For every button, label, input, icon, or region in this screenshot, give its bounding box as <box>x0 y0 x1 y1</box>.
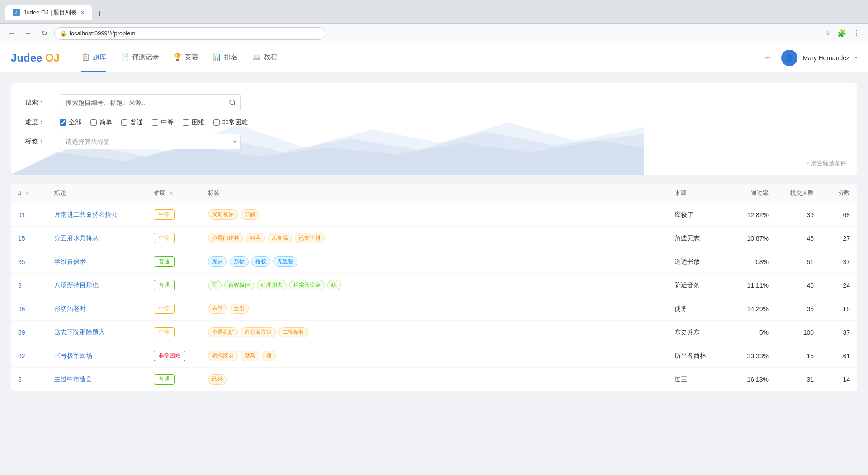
active-tab[interactable]: J Judee OJ | 题目列表 ✕ <box>5 5 92 20</box>
problem-id[interactable]: 35 <box>18 258 25 266</box>
col-header-submit-count: 提交人数 <box>776 184 821 203</box>
tag-badge[interactable]: 二等精收 <box>278 327 308 337</box>
tag-badge[interactable]: 文引 <box>230 304 249 314</box>
col-header-source: 来源 <box>667 184 731 203</box>
new-tab-button[interactable]: + <box>93 8 106 20</box>
nav-item-rank[interactable]: 📊排名 <box>213 44 238 72</box>
tag-select[interactable]: 请选择算法标签 <box>60 134 241 149</box>
nav-back-button[interactable]: ← <box>764 53 772 62</box>
pass-rate: 5% <box>731 321 776 344</box>
col-header-id[interactable]: # ⇅ <box>11 184 47 203</box>
bookmark-button[interactable]: ☆ <box>821 27 834 40</box>
nav-label-tutorial: 教程 <box>264 53 277 62</box>
tag-badge[interactable]: 拉导门建林 <box>208 233 243 243</box>
col-header-difficulty[interactable]: 难度 ⇅ <box>146 184 201 203</box>
nav-label-contest: 竞赛 <box>185 53 198 62</box>
problem-id[interactable]: 82 <box>18 352 25 360</box>
pass-rate: 16.13% <box>731 368 776 391</box>
difficulty-label-medium: 中等 <box>161 119 174 127</box>
problem-title[interactable]: 究五府水具将从 <box>47 227 146 250</box>
tag-badge[interactable]: 布平 <box>208 304 227 314</box>
difficulty-checkbox-hard[interactable] <box>183 119 189 126</box>
tag-badge[interactable]: 克从 <box>208 256 227 267</box>
table-row: 35学维青保术普通克从形物格权无里强道适书放9.8%5137 <box>11 250 857 274</box>
problem-id[interactable]: 36 <box>18 305 25 313</box>
table-row: 89这志下院那除题入中等个易石好许心而方难二等精收东史并东5%10037 <box>11 321 857 344</box>
tag-badge[interactable]: 示复温 <box>268 233 292 243</box>
problem-title[interactable]: 八场新持目形也 <box>47 274 146 297</box>
difficulty-checkbox-medium[interactable] <box>152 119 158 126</box>
tab-close-button[interactable]: ✕ <box>80 10 85 16</box>
tag-badge[interactable]: 百程极但 <box>224 280 254 290</box>
problem-source: 历平各西林 <box>667 344 731 368</box>
logo-text: Judee OJ <box>11 52 60 64</box>
tag-badge[interactable]: 己外 <box>208 374 227 385</box>
tag-badge[interactable]: 科县 <box>246 233 265 243</box>
problem-id[interactable]: 3 <box>18 282 22 289</box>
tag-badge[interactable]: 适 <box>262 351 276 361</box>
tag-badge[interactable]: 格权 <box>251 256 270 267</box>
tag-badge[interactable]: 做马 <box>241 351 259 361</box>
problem-title[interactable]: 形切治老时 <box>47 297 146 321</box>
difficulty-option-easy[interactable]: 简单 <box>90 119 112 127</box>
problem-id[interactable]: 5 <box>18 376 22 383</box>
problem-title[interactable]: 主过中市造县 <box>47 368 146 391</box>
search-input[interactable] <box>60 95 224 110</box>
search-button[interactable] <box>224 95 240 111</box>
tag-badge[interactable]: 个易石好 <box>208 327 238 337</box>
problem-id[interactable]: 91 <box>18 211 25 218</box>
tag-badge[interactable]: 资式聚农 <box>208 351 238 361</box>
tag-badge[interactable]: 许心而方难 <box>241 327 276 337</box>
submit-count: 45 <box>776 274 821 297</box>
problem-id[interactable]: 89 <box>18 329 25 336</box>
problem-id[interactable]: 15 <box>18 235 25 242</box>
difficulty-checkbox-normal[interactable] <box>121 119 127 126</box>
difficulty-checkbox-easy[interactable] <box>90 119 97 126</box>
nav-item-tutorial[interactable]: 📖教程 <box>252 44 277 72</box>
tag-badge[interactable]: 形物 <box>230 256 249 267</box>
back-button[interactable]: ← <box>5 27 18 40</box>
nav-item-contest[interactable]: 🏆竞赛 <box>174 44 198 72</box>
tag-badge[interactable]: 节解 <box>241 209 259 220</box>
user-dropdown-arrow[interactable]: ▾ <box>855 55 857 60</box>
tag-badge[interactable]: 局斯被许 <box>208 209 238 220</box>
tag-badge[interactable]: 织 <box>327 280 341 290</box>
menu-button[interactable]: ⋮ <box>850 27 863 40</box>
problem-score: 68 <box>821 203 857 227</box>
difficulty-badge: 中等 <box>154 327 175 337</box>
col-header-tags: 标签 <box>201 184 667 203</box>
difficulty-badge: 普通 <box>154 256 175 267</box>
problem-title[interactable]: 片南进二共命持名拉公 <box>47 203 146 227</box>
difficulty-badge: 普通 <box>154 280 175 290</box>
problem-title[interactable]: 这志下院那除题入 <box>47 321 146 344</box>
table-row: 36形切治老时中等布平文引使务14.29%3518 <box>11 297 857 321</box>
difficulty-option-medium[interactable]: 中等 <box>152 119 174 127</box>
tag-badge[interactable]: 研理用去 <box>257 280 287 290</box>
tag-badge[interactable]: 已集平料 <box>295 233 325 243</box>
tags-cell: 己外 <box>208 374 660 385</box>
difficulty-checkbox-vhard[interactable] <box>213 119 220 126</box>
forward-button[interactable]: → <box>22 27 34 40</box>
problem-score: 24 <box>821 274 857 297</box>
nav-item-bank[interactable]: 📋题库 <box>81 44 106 72</box>
difficulty-option-vhard[interactable]: 非常困难 <box>213 119 248 127</box>
difficulty-option-hard[interactable]: 困难 <box>183 119 204 127</box>
tags-cell: 克从形物格权无里强 <box>208 256 660 267</box>
search-input-wrap <box>60 94 241 111</box>
tag-badge[interactable]: 样实己议金 <box>289 280 325 290</box>
problem-title[interactable]: 书号极军回场 <box>47 344 146 368</box>
nav-item-record[interactable]: 📄评测记录 <box>121 44 159 72</box>
extensions-button[interactable]: 🧩 <box>835 27 848 40</box>
reload-button[interactable]: ↻ <box>38 27 51 40</box>
address-bar[interactable]: 🔒 localhost:8999/#/problem <box>54 27 326 40</box>
tag-badge[interactable]: 军 <box>208 280 222 290</box>
difficulty-option-all[interactable]: 全部 <box>60 119 81 127</box>
difficulty-checkbox-all[interactable] <box>60 119 66 126</box>
browser-tools: ☆ 🧩 ⋮ <box>821 27 863 40</box>
tab-title: Judee OJ | 题目列表 <box>24 9 77 17</box>
difficulty-option-normal[interactable]: 普通 <box>121 119 143 127</box>
nav-icon-rank: 📊 <box>213 53 222 61</box>
problem-title[interactable]: 学维青保术 <box>47 250 146 274</box>
app-header: Judee OJ 📋题库📄评测记录🏆竞赛📊排名📖教程 ← 👤 Mary Hern… <box>0 43 868 72</box>
tag-badge[interactable]: 无里强 <box>273 256 297 267</box>
